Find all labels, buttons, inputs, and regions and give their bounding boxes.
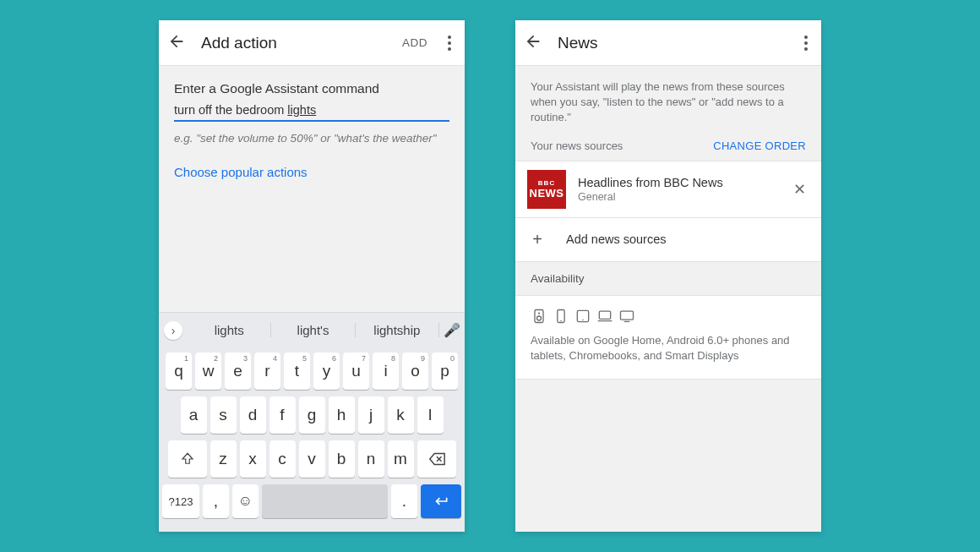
period-key[interactable]: . <box>391 484 417 518</box>
svg-point-6 <box>582 319 584 320</box>
bbc-logo-top: BBC <box>538 179 555 187</box>
bbc-logo-bottom: NEWS <box>530 187 564 199</box>
expand-suggestions-icon[interactable]: › <box>159 321 188 340</box>
news-source-item[interactable]: BBC NEWS Headlines from BBC News General… <box>515 161 821 218</box>
command-example: e.g. "set the volume to 50%" or "what's … <box>174 132 449 145</box>
key-x[interactable]: x <box>240 440 266 478</box>
svg-point-1 <box>538 312 540 314</box>
svg-point-4 <box>560 320 562 321</box>
key-n[interactable]: n <box>358 440 384 478</box>
key-q[interactable]: q1 <box>166 353 192 390</box>
key-o[interactable]: o9 <box>402 353 428 390</box>
key-e[interactable]: e3 <box>225 353 251 390</box>
source-name: Headlines from BBC News <box>578 176 778 189</box>
plus-icon: + <box>527 230 547 249</box>
key-a[interactable]: a <box>181 396 207 434</box>
sources-header: Your news sources CHANGE ORDER <box>515 136 821 161</box>
key-j[interactable]: j <box>358 396 384 434</box>
remove-source-icon[interactable]: ✕ <box>790 177 809 202</box>
add-button[interactable]: ADD <box>402 36 427 49</box>
keyboard: q1w2e3r4t5y6u7i8o9p0 asdfghjkl zxcvbnm ?… <box>159 347 465 532</box>
enter-key[interactable] <box>421 484 461 518</box>
news-description: Your Assistant will play the news from t… <box>515 66 821 136</box>
news-settings-screen: News Your Assistant will play the news f… <box>515 20 821 532</box>
key-i[interactable]: i8 <box>373 353 399 390</box>
bbc-logo: BBC NEWS <box>527 170 566 209</box>
space-key[interactable] <box>262 484 388 518</box>
key-u[interactable]: u7 <box>343 353 369 390</box>
device-icons <box>531 308 806 325</box>
appbar-title: News <box>558 34 784 52</box>
add-action-screen: Add action ADD Enter a Google Assistant … <box>159 20 465 532</box>
availability-label: Availability <box>515 262 821 296</box>
add-sources-label: Add news sources <box>566 232 666 246</box>
key-v[interactable]: v <box>299 440 325 478</box>
svg-rect-7 <box>599 311 610 319</box>
popular-actions-link[interactable]: Choose popular actions <box>174 165 449 179</box>
appbar: Add action ADD <box>159 20 465 66</box>
key-p[interactable]: p0 <box>432 353 458 390</box>
key-k[interactable]: k <box>388 396 414 434</box>
key-t[interactable]: t5 <box>284 353 310 390</box>
key-g[interactable]: g <box>299 396 325 434</box>
key-row-1: q1w2e3r4t5y6u7i8o9p0 <box>162 353 461 390</box>
tablet-icon <box>574 308 591 325</box>
command-text: turn off the bedroom <box>174 103 287 117</box>
laptop-icon <box>596 308 613 325</box>
key-row-3: zxcvbnm <box>162 440 461 478</box>
key-b[interactable]: b <box>329 440 355 478</box>
svg-point-2 <box>537 316 542 320</box>
key-s[interactable]: s <box>210 396 237 434</box>
mic-icon[interactable]: 🎤 <box>439 322 465 338</box>
back-arrow-icon[interactable] <box>167 32 186 54</box>
switch-key[interactable]: ?123 <box>162 484 199 518</box>
key-w[interactable]: w2 <box>195 353 221 390</box>
change-order-button[interactable]: CHANGE ORDER <box>713 139 806 152</box>
news-body: Your Assistant will play the news from t… <box>515 66 821 532</box>
command-heading: Enter a Google Assistant command <box>174 81 449 96</box>
backspace-key[interactable] <box>417 440 456 478</box>
appbar-title: Add action <box>201 34 387 52</box>
key-f[interactable]: f <box>270 396 296 434</box>
comma-key[interactable]: , <box>203 484 229 518</box>
availability-section: Available on Google Home, Android 6.0+ p… <box>515 296 821 380</box>
key-m[interactable]: m <box>388 440 414 478</box>
suggestion-bar: › lights light's lightship 🎤 <box>159 312 465 347</box>
speaker-icon <box>531 308 547 325</box>
key-c[interactable]: c <box>270 440 296 478</box>
overflow-menu-icon[interactable] <box>443 30 456 56</box>
back-arrow-icon[interactable] <box>524 32 542 54</box>
suggestion-1[interactable]: lights <box>188 323 271 337</box>
key-row-2: asdfghjkl <box>162 396 461 434</box>
shift-key[interactable] <box>168 440 207 478</box>
add-action-body: Enter a Google Assistant command turn of… <box>159 66 465 312</box>
key-l[interactable]: l <box>417 396 444 434</box>
appbar: News <box>515 20 821 66</box>
source-text: Headlines from BBC News General <box>578 176 778 203</box>
key-d[interactable]: d <box>240 396 266 434</box>
sources-label: Your news sources <box>531 139 623 152</box>
command-input[interactable]: turn off the bedroom lights <box>174 103 449 122</box>
key-r[interactable]: r4 <box>254 353 280 390</box>
key-h[interactable]: h <box>329 396 355 434</box>
svg-rect-8 <box>621 311 634 320</box>
display-icon <box>618 308 635 325</box>
key-y[interactable]: y6 <box>313 353 340 390</box>
add-news-sources-button[interactable]: + Add news sources <box>515 218 821 262</box>
availability-text: Available on Google Home, Android 6.0+ p… <box>531 333 806 363</box>
source-category: General <box>578 191 778 203</box>
suggestion-2[interactable]: light's <box>271 323 355 337</box>
command-underlined: lights <box>287 103 316 117</box>
phone-icon <box>553 308 569 325</box>
emoji-key[interactable]: ☺ <box>232 484 259 518</box>
key-row-bottom: ?123 , ☺ . <box>162 484 461 518</box>
overflow-menu-icon[interactable] <box>799 30 813 56</box>
suggestion-3[interactable]: lightship <box>356 323 439 337</box>
key-z[interactable]: z <box>210 440 237 478</box>
